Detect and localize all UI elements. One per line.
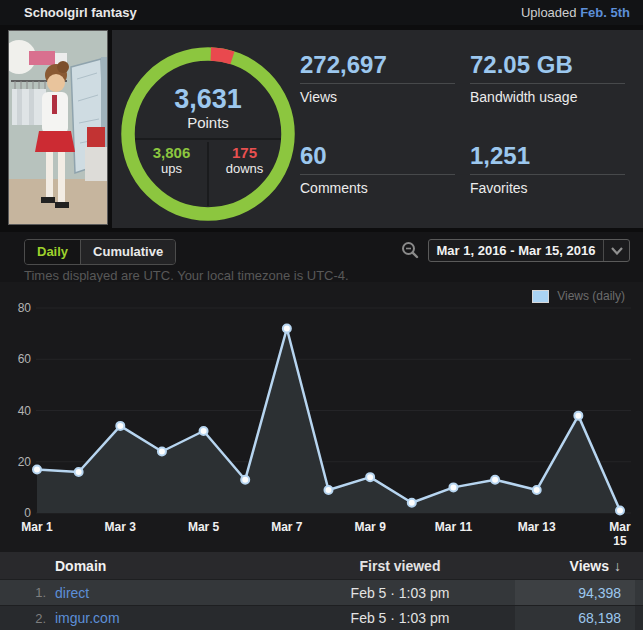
svg-text:Mar 5: Mar 5 <box>188 520 220 534</box>
chevron-down-icon <box>603 240 629 261</box>
stat-favorites-label: Favorites <box>470 180 628 196</box>
table-row: 2. imgur.com Feb 5 · 1:03 pm 68,198 <box>0 605 643 630</box>
svg-text:Mar 9: Mar 9 <box>354 520 386 534</box>
stats-grid: 272,697 Views 72.05 GB Bandwidth usage 6… <box>300 52 640 196</box>
chart-legend: Views (daily) <box>532 289 625 303</box>
ups-label: ups <box>135 161 208 176</box>
stat-comments-value: 60 <box>300 143 458 169</box>
summary-section: 3,631 Points 3,806 ups 175 downs <box>0 25 643 232</box>
referrers-table: Domain First viewed Views ↓ 1. direct Fe… <box>0 552 643 630</box>
sort-desc-icon: ↓ <box>614 558 621 574</box>
legend-label: Views (daily) <box>557 289 625 303</box>
stat-favorites-value: 1,251 <box>470 143 628 169</box>
row-views: 94,398 <box>515 580 635 605</box>
downs-stat: 175 downs <box>208 144 281 176</box>
views-area-chart: 020406080Mar 1Mar 3Mar 5Mar 7Mar 9Mar 11… <box>0 282 643 552</box>
points-value: 3,631 <box>174 84 242 114</box>
svg-text:Mar 7: Mar 7 <box>271 520 303 534</box>
row-rank: 2. <box>0 606 55 630</box>
views-chart-section: Views (daily) 020406080Mar 1Mar 3Mar 5Ma… <box>0 282 643 552</box>
svg-text:Mar 3: Mar 3 <box>105 520 137 534</box>
granularity-tabs: Daily Cumulative <box>24 239 176 265</box>
uploaded-date-link[interactable]: Feb. 5th <box>580 5 630 20</box>
date-range-select[interactable]: Mar 1, 2016 - Mar 15, 2016 <box>428 239 630 262</box>
image-thumbnail[interactable] <box>8 30 108 225</box>
domain-link-direct[interactable]: direct <box>55 585 89 601</box>
stats-panel: 3,631 Points 3,806 ups 175 downs <box>112 30 643 228</box>
date-range-value: Mar 1, 2016 - Mar 15, 2016 <box>429 243 603 258</box>
page-title: Schoolgirl fantasy <box>24 5 137 20</box>
stat-bandwidth-label: Bandwidth usage <box>470 89 628 105</box>
stat-views-label: Views <box>300 89 458 105</box>
uploaded-label: Uploaded <box>521 5 577 20</box>
ups-value: 3,806 <box>135 144 208 161</box>
row-first-viewed: Feb 5 · 1:03 pm <box>285 606 515 630</box>
column-header-first-viewed[interactable]: First viewed <box>285 552 515 579</box>
zoom-out-button[interactable] <box>400 240 420 263</box>
svg-text:Mar 11: Mar 11 <box>435 520 473 534</box>
svg-text:60: 60 <box>18 352 32 366</box>
stat-views-value: 272,697 <box>300 52 458 78</box>
column-header-views[interactable]: Views ↓ <box>515 552 635 579</box>
row-rank: 1. <box>0 580 55 605</box>
stat-bandwidth: 72.05 GB Bandwidth usage <box>470 52 628 105</box>
svg-text:0: 0 <box>24 506 31 520</box>
table-row: 1. direct Feb 5 · 1:03 pm 94,398 <box>0 579 643 605</box>
row-views: 68,198 <box>515 606 635 630</box>
stat-comments-label: Comments <box>300 180 458 196</box>
stat-bandwidth-value: 72.05 GB <box>470 52 628 78</box>
stat-views: 272,697 Views <box>300 52 458 105</box>
downs-label: downs <box>208 161 281 176</box>
svg-text:Mar 13: Mar 13 <box>518 520 556 534</box>
svg-text:Mar 1: Mar 1 <box>21 520 53 534</box>
stat-comments: 60 Comments <box>300 143 458 196</box>
svg-text:20: 20 <box>18 455 32 469</box>
legend-swatch-icon <box>532 290 549 303</box>
column-header-domain[interactable]: Domain <box>55 552 285 579</box>
points-label: Points <box>187 114 229 132</box>
thumbnail-art <box>9 31 108 225</box>
votes-donut-chart: 3,631 Points 3,806 ups 175 downs <box>116 42 300 226</box>
svg-text:Mar15: Mar15 <box>609 520 631 548</box>
ups-stat: 3,806 ups <box>135 144 208 176</box>
donut-vertical-divider <box>207 142 209 206</box>
tab-cumulative[interactable]: Cumulative <box>80 240 175 264</box>
title-bar: Schoolgirl fantasy Uploaded Feb. 5th <box>0 0 643 25</box>
svg-text:80: 80 <box>18 301 32 315</box>
timezone-note: Times displayed are UTC. Your local time… <box>24 268 349 283</box>
magnifier-minus-icon <box>400 240 420 260</box>
downs-value: 175 <box>208 144 281 161</box>
domain-link-imgur[interactable]: imgur.com <box>55 610 120 626</box>
svg-text:40: 40 <box>18 404 32 418</box>
chart-controls: Daily Cumulative Mar 1, 2016 - Mar 15, 2… <box>0 232 643 282</box>
stat-favorites: 1,251 Favorites <box>470 143 628 196</box>
table-header-row: Domain First viewed Views ↓ <box>0 552 643 579</box>
tab-daily[interactable]: Daily <box>25 240 80 264</box>
uploaded-info: Uploaded Feb. 5th <box>521 5 630 20</box>
donut-divider <box>135 138 281 140</box>
row-first-viewed: Feb 5 · 1:03 pm <box>285 580 515 605</box>
